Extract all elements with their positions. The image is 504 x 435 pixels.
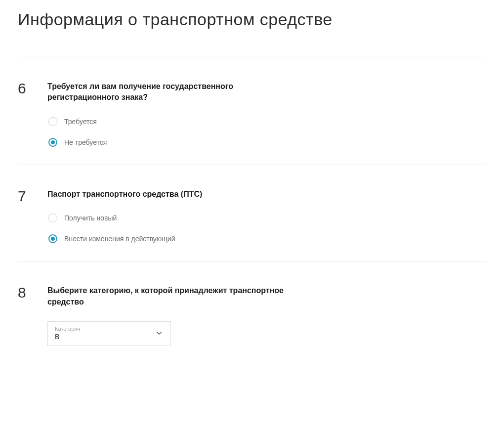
select-text: Категория В <box>55 326 80 341</box>
section-heading: Требуется ли вам получение государственн… <box>47 81 290 103</box>
radio-option-not-required[interactable]: Не требуется <box>48 138 486 147</box>
section-number: 6 <box>18 81 47 147</box>
section-heading: Паспорт транспортного средства (ПТС) <box>47 189 290 200</box>
section-number: 8 <box>18 285 47 346</box>
select-value: В <box>55 333 80 341</box>
section-body: Паспорт транспортного средства (ПТС) Пол… <box>47 189 486 243</box>
radio-option-new[interactable]: Получить новый <box>48 214 486 222</box>
section-body: Выберите категорию, к которой принадлежи… <box>47 285 486 346</box>
radio-label: Получить новый <box>64 214 117 222</box>
radio-icon <box>48 138 57 147</box>
section-6: 6 Требуется ли вам получение государстве… <box>18 57 486 165</box>
radio-icon <box>48 214 57 222</box>
radio-group-registration-mark: Требуется Не требуется <box>47 117 486 147</box>
section-7: 7 Паспорт транспортного средства (ПТС) П… <box>18 165 486 261</box>
radio-option-required[interactable]: Требуется <box>48 117 486 126</box>
category-select[interactable]: Категория В <box>47 321 171 346</box>
section-number: 7 <box>18 189 47 243</box>
radio-icon <box>48 234 57 243</box>
radio-label: Требуется <box>64 118 97 126</box>
section-body: Требуется ли вам получение государственн… <box>47 81 486 147</box>
section-heading: Выберите категорию, к которой принадлежи… <box>47 285 290 307</box>
radio-label: Не требуется <box>64 138 107 146</box>
radio-icon <box>48 117 57 126</box>
section-8: 8 Выберите категорию, к которой принадле… <box>18 261 486 364</box>
select-caption: Категория <box>55 326 80 332</box>
radio-option-modify[interactable]: Внести изменения в действующий <box>48 234 486 243</box>
radio-group-pts: Получить новый Внести изменения в действ… <box>47 214 486 243</box>
page-title: Информация о транспортном средстве <box>18 10 486 29</box>
chevron-down-icon <box>155 329 164 338</box>
radio-label: Внести изменения в действующий <box>64 235 175 243</box>
